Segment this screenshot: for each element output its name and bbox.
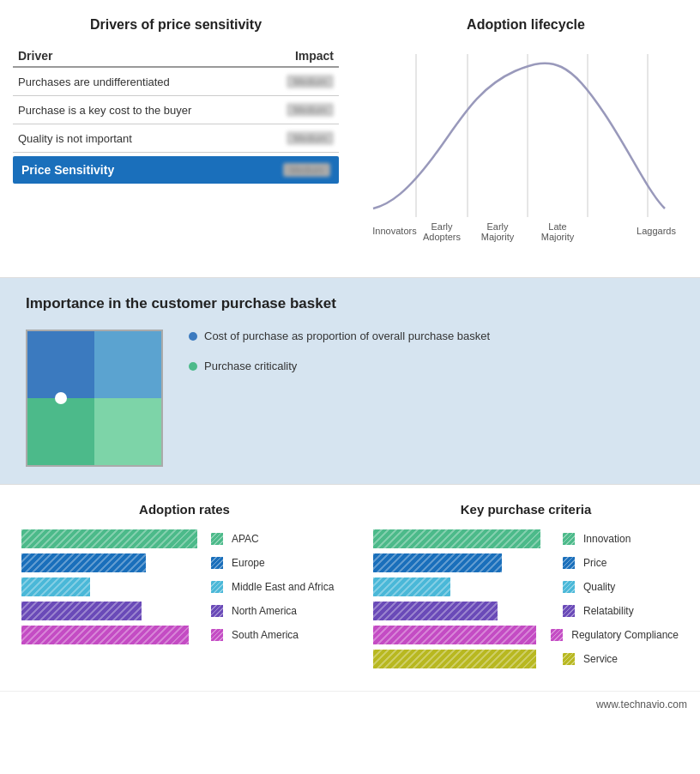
svg-text:Late: Late: [548, 221, 566, 232]
bar-track: [373, 529, 558, 548]
bar-track: [21, 577, 206, 596]
bar-legend-dot: [563, 605, 575, 617]
top-section: Drivers of price sensitivity Driver Impa…: [0, 0, 700, 278]
middle-section: Importance in the customer purchase bask…: [0, 278, 700, 484]
bar-hatch: [21, 602, 142, 620]
middle-title: Importance in the customer purchase bask…: [26, 295, 674, 312]
bar-row: Europe: [21, 553, 347, 572]
legend-dot-blue: [189, 332, 197, 341]
bar-legend-dot: [211, 605, 223, 617]
bar-legend-dot: [551, 629, 563, 641]
bar-label: Price: [583, 557, 606, 569]
price-sensitivity-impact: Medium: [283, 163, 330, 177]
bar-track: [21, 553, 206, 572]
bar-fill: [373, 553, 502, 572]
bar-fill: [21, 602, 142, 620]
bar-legend-dot: [211, 581, 223, 593]
bar-hatch: [373, 577, 450, 596]
footer: www.technavio.com: [0, 691, 700, 717]
bar-label: Relatability: [583, 605, 634, 617]
bar-hatch: [373, 553, 502, 572]
bar-label: Quality: [583, 581, 615, 593]
driver-cell: Quality is not important: [13, 124, 261, 153]
table-row: Purchases are undifferentiatedMedium: [13, 67, 339, 96]
bar-row: Relatability: [373, 602, 679, 620]
bar-row: Price: [373, 553, 679, 572]
bar-legend-dot: [563, 581, 575, 593]
bar-fill: [373, 529, 540, 548]
bar-label: Middle East and Africa: [232, 581, 334, 593]
legend-items: Cost of purchase as proportion of overal…: [189, 330, 490, 372]
matrix-chart: [26, 330, 163, 467]
col-impact: Impact: [261, 45, 339, 67]
bar-row: APAC: [21, 529, 347, 548]
quadrant-top-left: [27, 331, 94, 398]
bar-track: [21, 529, 206, 548]
bar-legend-dot: [211, 557, 223, 569]
bar-row: Regulatory Compliance: [373, 626, 679, 644]
bar-label: APAC: [232, 533, 259, 545]
driver-cell: Purchases are undifferentiated: [13, 67, 261, 96]
adoption-bar-chart: APACEuropeMiddle East and AfricaNorth Am…: [21, 529, 347, 644]
footer-text: www.technavio.com: [596, 698, 687, 711]
impact-cell: Medium: [261, 67, 339, 96]
price-sensitivity-label: Price Sensitivity: [21, 163, 114, 177]
bar-label: Europe: [232, 557, 265, 569]
bar-hatch: [373, 529, 540, 548]
svg-text:Innovators: Innovators: [372, 226, 417, 236]
adoption-rates-title: Adoption rates: [21, 502, 347, 517]
bar-label: North America: [232, 605, 297, 617]
bar-track: [373, 650, 558, 668]
legend-item-1: Cost of purchase as proportion of overal…: [189, 330, 490, 342]
svg-text:Majority: Majority: [541, 232, 575, 242]
bar-track: [21, 602, 206, 620]
bar-row: North America: [21, 602, 347, 620]
matrix-dot: [55, 392, 67, 404]
svg-text:Majority: Majority: [481, 232, 515, 242]
bar-legend-dot: [563, 557, 575, 569]
svg-text:Early: Early: [431, 221, 453, 232]
bar-label: Regulatory Compliance: [571, 629, 679, 641]
bar-track: [373, 577, 558, 596]
bar-label: Service: [583, 653, 618, 665]
col-driver: Driver: [13, 45, 261, 67]
bar-row: Middle East and Africa: [21, 577, 347, 596]
bar-hatch: [373, 626, 536, 644]
svg-text:Adopters: Adopters: [423, 232, 462, 242]
legend-dot-green: [189, 362, 197, 371]
bar-track: [373, 553, 558, 572]
drivers-title: Drivers of price sensitivity: [13, 17, 339, 33]
svg-text:Early: Early: [486, 221, 509, 232]
impact-cell: Medium: [261, 124, 339, 153]
page: Drivers of price sensitivity Driver Impa…: [0, 0, 700, 717]
bar-fill: [21, 553, 146, 572]
price-sensitivity-row: Price Sensitivity Medium: [13, 156, 339, 184]
bottom-section: Adoption rates APACEuropeMiddle East and…: [0, 484, 700, 691]
bar-hatch: [373, 602, 498, 620]
bar-hatch: [21, 529, 197, 548]
bar-legend-dot: [563, 653, 575, 665]
bar-label: South America: [232, 629, 299, 641]
legend-item-2: Purchase criticality: [189, 360, 490, 372]
lifecycle-panel: Adoption lifecycle Innovators Early Adop…: [352, 9, 700, 269]
driver-cell: Purchase is a key cost to the buyer: [13, 96, 261, 124]
bar-fill: [21, 626, 189, 644]
lifecycle-chart: Innovators Early Adopters Early Majority…: [365, 45, 687, 260]
quadrant-bottom-left: [27, 398, 94, 465]
impact-cell: Medium: [261, 96, 339, 124]
bar-hatch: [21, 553, 146, 572]
svg-text:Laggards: Laggards: [637, 226, 676, 236]
bar-legend-dot: [211, 629, 223, 641]
bar-track: [21, 626, 206, 644]
key-purchase-panel: Key purchase criteria InnovationPriceQua…: [360, 498, 691, 678]
legend-text-2: Purchase criticality: [204, 360, 297, 372]
drivers-table: Driver Impact Purchases are undifferenti…: [13, 45, 339, 153]
bar-legend-dot: [563, 533, 575, 545]
middle-content: Cost of purchase as proportion of overal…: [26, 330, 674, 467]
quadrant-bottom-right: [94, 398, 161, 465]
table-row: Purchase is a key cost to the buyerMediu…: [13, 96, 339, 124]
bar-fill: [373, 577, 450, 596]
bar-row: South America: [21, 626, 347, 644]
bar-fill: [21, 577, 90, 596]
lifecycle-title: Adoption lifecycle: [365, 17, 687, 33]
